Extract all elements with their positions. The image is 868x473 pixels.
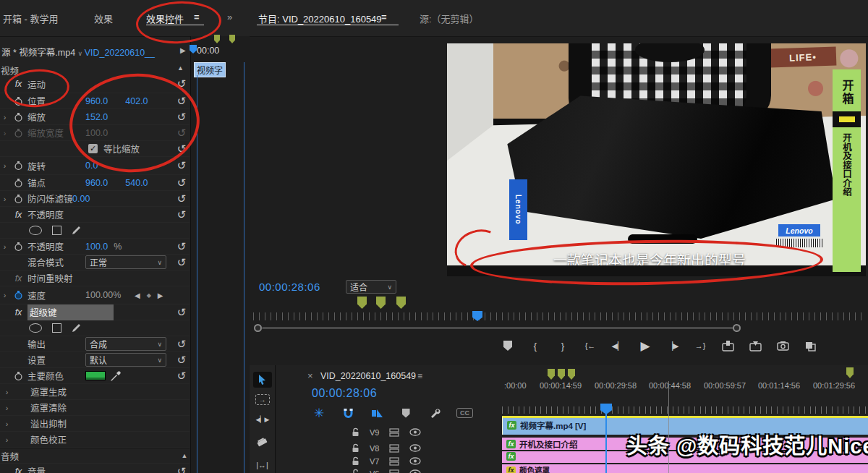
more-panels-icon[interactable]: » [227,12,232,22]
value-anti-flicker[interactable]: 0.00 [72,194,90,204]
program-scrollbar[interactable] [262,327,733,329]
track-name[interactable]: V6 [370,469,379,473]
selection-tool-icon[interactable] [257,374,268,385]
sequence-marker-icon[interactable] [558,369,565,380]
effect-row-uniform-scale[interactable]: ✓ 等比缩放 ↺ [0,141,190,157]
lock-icon[interactable] [352,456,359,466]
sequence-marker-icon[interactable] [568,369,575,380]
nest-sequences-icon[interactable]: ✳ [312,406,326,419]
go-to-out-icon[interactable]: →} [692,338,709,353]
track-visibility-eye-icon[interactable] [409,469,421,473]
track-visibility-eye-icon[interactable] [409,444,421,452]
track-name[interactable]: V9 [370,428,379,437]
effect-row-speed[interactable]: › 速度 100.00% ◀ ◆ ▶ [0,286,190,304]
program-mini-ruler[interactable] [253,312,865,320]
lane-selected-clip[interactable]: 视频字 [194,62,226,77]
close-tab-icon[interactable]: × [307,370,313,381]
tab-effects[interactable]: 效果 [94,12,113,25]
scrollbar-left-knob[interactable] [254,324,262,332]
video-section-header[interactable]: 视频 ▲ [0,64,190,75]
collapse-video-icon[interactable]: ▲ [177,64,184,72]
pen-mask-icon[interactable] [71,225,82,236]
sequence-name-dropdown[interactable]: VID_20220610__ [85,48,155,58]
track-visibility-eye-icon[interactable] [409,457,421,465]
sequence-marker-icon[interactable] [357,297,367,309]
reset-icon[interactable]: ↺ [174,77,189,90]
effect-row-matte-generation[interactable]: › 遮罩生成 [0,384,190,400]
reset-icon[interactable]: ↺ [174,111,189,124]
collapse-audio-icon[interactable]: ▲ [177,452,192,459]
value-position-y[interactable]: 402.0 [125,96,148,106]
reset-icon[interactable]: ↺ [174,176,189,189]
lock-icon[interactable] [352,469,359,473]
ellipse-mask-icon[interactable] [29,226,42,235]
effect-row-anchor[interactable]: 锚点 960.0540.0 ↺ [0,175,190,191]
panel-menu-icon[interactable]: ≡ [194,12,200,22]
go-to-in-icon[interactable]: {← [582,338,599,353]
button-editor-icon[interactable] [804,341,817,351]
prev-keyframe-icon[interactable]: ◀ [135,291,140,299]
clip-v6-color-matte[interactable]: fx 颜色遮罩 [502,464,868,473]
uniform-scale-checkbox[interactable]: ✓ [88,144,98,153]
blend-mode-dropdown[interactable]: 正常∨ [85,255,166,269]
timeline-playhead-line[interactable] [605,413,607,473]
effect-row-color-correction[interactable]: › 颜色校正 [0,432,190,448]
next-keyframe-icon[interactable]: ▶ [158,291,163,299]
zoom-level-dropdown[interactable]: 适合∨ [346,280,396,294]
reset-icon[interactable]: ↺ [174,95,189,108]
effect-row-scale[interactable]: › 缩放 152.0 ↺ [0,109,190,125]
add-marker-icon[interactable] [402,409,410,418]
reset-icon[interactable]: ↺ [174,142,189,155]
reset-icon[interactable]: ↺ [174,192,189,205]
value-opacity[interactable]: 100.0 [85,242,108,252]
reset-icon[interactable]: ↺ [174,338,189,351]
add-keyframe-icon[interactable]: ◆ [147,292,151,299]
snap-magnet-icon[interactable] [343,408,354,419]
timeline-settings-wrench-icon[interactable] [430,408,441,419]
lock-icon[interactable] [352,427,359,437]
program-timecode[interactable]: 00:00:28:06 [259,281,320,293]
add-marker-icon[interactable] [503,341,512,351]
track-name[interactable]: V8 [370,444,379,453]
sync-lock-icon[interactable] [389,469,399,473]
timeline-sequence-tab[interactable]: VID_20220610_160549 [320,371,416,381]
effect-row-matte-cleanup[interactable]: › 遮罩清除 [0,400,190,416]
reset-icon[interactable]: ↺ [174,354,189,367]
mini-timeline-toggle-icon[interactable]: ▶ [180,46,186,54]
effect-controls-timeline-lane[interactable] [190,36,250,473]
effect-row-time-remap[interactable]: fx 时间重映射 [0,270,190,286]
reset-icon[interactable]: ↺ [174,208,189,221]
slip-tool-icon[interactable]: |↔| [253,457,272,473]
value-position-x[interactable]: 960.0 [85,96,108,106]
pen-mask-icon[interactable] [71,323,82,333]
step-back-icon[interactable]: ◀▏ [609,338,626,353]
tab-program-monitor[interactable]: 节目: VID_20220610_160549 [258,12,382,25]
reset-icon[interactable]: ↺ [174,256,189,269]
lift-icon[interactable] [722,341,734,351]
effect-row-opacity[interactable]: › 不透明度 100.0% ↺ [0,239,190,255]
sync-lock-icon[interactable] [389,444,399,453]
rect-mask-icon[interactable] [52,323,61,333]
linked-selection-icon[interactable] [371,408,383,419]
sync-lock-icon[interactable] [389,428,399,437]
effect-row-rotation[interactable]: › 旋转 0.0 ↺ [0,157,190,175]
effect-row-ultra-key[interactable]: fx 超级键 ↺ [0,304,190,320]
effect-row-motion[interactable]: fx 运动 ↺ [0,75,190,93]
effect-row-volume[interactable]: fx 音量 ↺ [0,464,190,473]
eyedropper-icon[interactable] [110,371,121,382]
value-anchor-x[interactable]: 960.0 [85,178,108,188]
sequence-marker-icon[interactable] [396,297,406,309]
panel-menu-icon[interactable]: ≡ [417,371,422,381]
razor-tool-icon[interactable] [257,437,268,448]
value-speed[interactable]: 100.00% [85,290,121,300]
panel-menu-icon[interactable]: ≡ [381,12,387,22]
lock-icon[interactable] [352,443,359,453]
audio-section-header[interactable]: 音频 ▲ [0,448,190,464]
rect-mask-icon[interactable] [52,226,61,235]
mark-in-icon[interactable]: { [527,338,544,353]
extract-icon[interactable] [749,341,762,351]
key-color-swatch[interactable] [85,371,106,380]
export-frame-icon[interactable] [777,341,789,351]
ellipse-mask-icon[interactable] [29,323,42,333]
tab-effect-controls[interactable]: 效果控件 [146,12,184,25]
